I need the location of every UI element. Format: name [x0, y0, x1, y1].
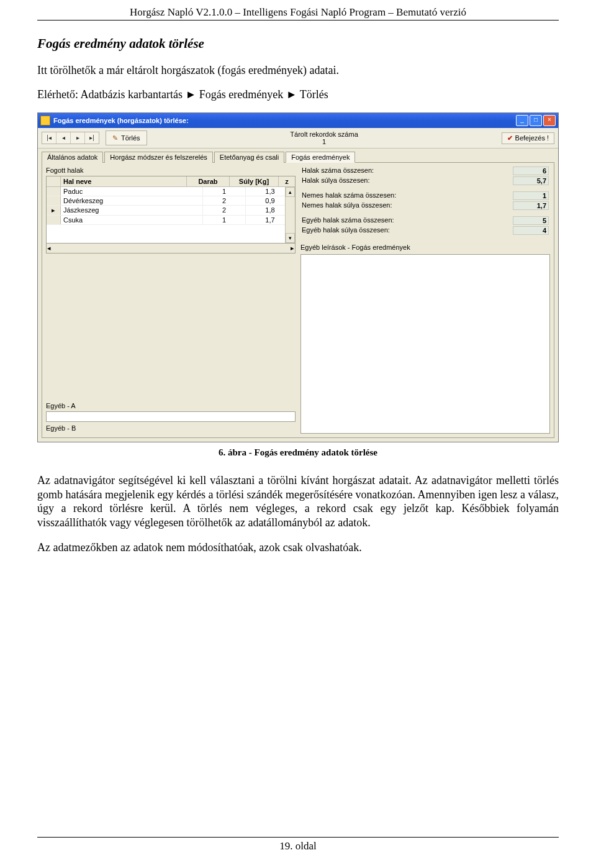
tab-bait[interactable]: Etetőanyag és csali: [214, 152, 284, 163]
app-window: Fogás eredmények (horgászatok) törlése: …: [37, 112, 559, 442]
page-footer: 19. oldal: [37, 837, 559, 852]
stat-value: 6: [513, 167, 549, 175]
record-count-value: 1: [153, 138, 495, 145]
page-header: Horgász Napló V2.1.0.0 – Intelligens Fog…: [37, 6, 559, 20]
grid-header-count: Darab: [187, 176, 230, 186]
titlebar: Fogás eredmények (horgászatok) törlése: …: [38, 113, 558, 128]
row-indicator: [47, 187, 61, 196]
section-title: Fogás eredmény adatok törlése: [37, 36, 559, 52]
grid-row[interactable]: Paduc 1 1,3: [47, 187, 295, 196]
grid-hscroll[interactable]: ◂ ▸: [46, 244, 296, 254]
stat-label: Egyéb halak súlya összesen:: [302, 226, 390, 235]
nav-first-button[interactable]: |◂: [42, 132, 56, 144]
stat-value: 5,7: [513, 176, 549, 185]
grid-body: Paduc 1 1,3 Dévérkeszeg 2 0,9 ▸ Jás: [47, 187, 295, 243]
tab-bar: Általános adatok Horgász módszer és fels…: [38, 148, 558, 162]
grid-row[interactable]: ▸ Jászkeszeg 2 1,8: [47, 206, 295, 216]
nav-next-button[interactable]: ▸: [71, 132, 85, 144]
grid-header-name: Hal neve: [61, 176, 187, 186]
stat-label: Halak száma összesen:: [302, 167, 374, 175]
minimize-button[interactable]: _: [516, 115, 528, 126]
stat-value: 5: [513, 216, 549, 225]
grid-header-z: z: [279, 176, 295, 186]
fish-grid: Hal neve Darab Súly [Kg] z Paduc 1 1,3: [46, 176, 296, 244]
egyeb-a-input[interactable]: [46, 411, 296, 422]
grid-row[interactable]: Dévérkeszeg 2 0,9: [47, 196, 295, 206]
tab-method[interactable]: Horgász módszer és felszerelés: [104, 152, 213, 163]
scroll-down-icon[interactable]: ▾: [286, 233, 295, 243]
check-icon: ✔: [507, 134, 513, 142]
page-number: 19. oldal: [37, 840, 559, 852]
paragraph-2: Az adatmezőkben az adatok nem módosíthat…: [37, 541, 559, 555]
app-icon: [40, 116, 50, 126]
close-button[interactable]: ×: [543, 115, 556, 126]
stat-label: Halak súlya összesen:: [302, 176, 369, 185]
scroll-up-icon[interactable]: ▴: [286, 187, 295, 197]
row-indicator: [47, 216, 61, 224]
nav-last-button[interactable]: ▸|: [85, 132, 99, 144]
figure-caption: 6. ábra - Fogás eredmény adatok törlése: [37, 447, 559, 458]
desc-label: Egyéb leírások - Fogás eredmények: [300, 244, 550, 251]
tab-results[interactable]: Fogás eredmények: [286, 152, 355, 163]
stat-label: Nemes halak súlya összesen:: [302, 201, 392, 210]
grid-header-indicator: [47, 176, 61, 186]
window-title: Fogás eredmények (horgászatok) törlése:: [53, 117, 189, 124]
pencil-icon: ✎: [112, 134, 118, 142]
grid-scrollbar[interactable]: ▴ ▾: [285, 187, 295, 243]
egyeb-b-label: Egyéb - B: [46, 424, 296, 432]
intro-text: Itt törölhetők a már eltárolt horgászato…: [37, 64, 559, 77]
row-indicator: ▸: [47, 206, 61, 215]
stat-label: Egyéb halak száma összesen:: [302, 216, 394, 225]
header-rule: [37, 20, 559, 21]
desc-textarea[interactable]: [300, 254, 550, 434]
finish-label: Befejezés !: [515, 134, 549, 142]
row-indicator: [47, 196, 61, 205]
grid-row[interactable]: Csuka 1 1,7: [47, 216, 295, 225]
egyeb-a-label: Egyéb - A: [46, 402, 296, 409]
results-panel: Fogott halak Hal neve Darab Súly [Kg] z …: [42, 162, 554, 438]
scroll-left-icon[interactable]: ◂: [47, 244, 51, 252]
delete-label: Törlés: [121, 134, 140, 142]
stat-label: Nemes halak száma összesen:: [302, 191, 396, 200]
stat-value: 1,7: [513, 201, 549, 210]
grid-header-weight: Súly [Kg]: [230, 176, 279, 186]
record-count-label: Tárolt rekordok száma 1: [153, 130, 495, 145]
delete-button[interactable]: ✎ Törlés: [106, 130, 147, 145]
path-text: Elérhető: Adatbázis karbantartás ► Fogás…: [37, 88, 559, 101]
tab-general[interactable]: Általános adatok: [42, 152, 103, 163]
record-navigator: |◂ ◂ ▸ ▸|: [42, 132, 99, 144]
maximize-button[interactable]: □: [530, 115, 542, 126]
toolbar: |◂ ◂ ▸ ▸| ✎ Törlés Tárolt rekordok száma…: [38, 128, 558, 148]
fish-group-label: Fogott halak: [46, 167, 296, 174]
finish-button[interactable]: ✔ Befejezés !: [502, 132, 554, 144]
paragraph-1: Az adatnavigátor segítségével ki kell vá…: [37, 473, 559, 529]
stat-value: 1: [513, 191, 549, 200]
stat-value: 4: [513, 226, 549, 235]
nav-prev-button[interactable]: ◂: [56, 132, 71, 144]
scroll-right-icon[interactable]: ▸: [291, 244, 294, 252]
